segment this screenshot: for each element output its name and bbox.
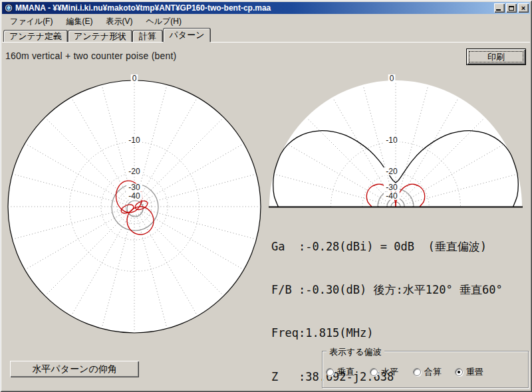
result-frequency: Freq:1.815(MHz)	[271, 326, 503, 341]
print-button-label: 印刷	[469, 51, 523, 62]
svg-text:-20: -20	[386, 167, 398, 176]
result-front-back: F/B :-0.30(dB) 後方:水平120° 垂直60°	[271, 283, 503, 298]
close-button[interactable]: ×	[518, 3, 529, 13]
menu-help[interactable]: ヘルプ(H)	[142, 15, 186, 29]
radio-horizontal-icon	[370, 368, 378, 376]
result-gain: Ga :-0.28(dBi) = 0dB (垂直偏波)	[271, 240, 503, 254]
window-title: MMANA - ¥¥Mini.i.ki.nu¥makoto¥tmp¥ANT¥GP…	[15, 2, 491, 14]
radio-vertical-icon	[326, 368, 334, 376]
svg-text:0: 0	[390, 74, 394, 83]
menu-view[interactable]: 表示(V)	[102, 15, 136, 29]
radio-vertical[interactable]: 垂直	[326, 366, 354, 378]
tab-antenna-shape[interactable]: アンテナ形状	[68, 30, 132, 42]
menu-edit[interactable]: 編集(E)	[62, 15, 96, 29]
radio-combined-icon	[413, 368, 421, 376]
print-button[interactable]: 印刷	[466, 49, 526, 65]
radio-superimposed-icon	[455, 368, 463, 376]
antenna-name-text: 160m vertical + two counter poise (bent)	[5, 50, 176, 61]
radio-combined[interactable]: 合算	[413, 366, 442, 378]
tab-strip: アンテナ定義 アンテナ形状 計算 パターン	[2, 28, 530, 42]
close-icon: ×	[521, 5, 525, 12]
elevation-pattern-plot: 0-10-20-30-40	[263, 74, 529, 211]
svg-text:-20: -20	[128, 167, 140, 176]
svg-text:-40: -40	[386, 191, 398, 201]
minimize-button[interactable]	[494, 3, 505, 13]
svg-text:0: 0	[132, 74, 137, 83]
svg-text:-40: -40	[128, 191, 140, 201]
tab-antenna-definition[interactable]: アンテナ定義	[3, 30, 68, 42]
radio-horizontal[interactable]: 水平	[370, 366, 398, 378]
tab-pattern[interactable]: パターン	[163, 28, 211, 42]
maximize-button[interactable]	[506, 3, 517, 13]
polarization-groupbox: 表示する偏波 垂直 水平 合算 重畳	[322, 351, 529, 388]
minimize-icon	[496, 9, 501, 11]
svg-text:-10: -10	[386, 136, 398, 145]
menu-bar: ファイル(F) 編集(E) 表示(V) ヘルプ(H)	[2, 15, 530, 28]
azimuth-pattern-plot: 0-10-20-30-40	[1, 74, 267, 340]
title-bar: MMANA - ¥¥Mini.i.ki.nu¥makoto¥tmp¥ANT¥GP…	[2, 2, 530, 14]
svg-text:-10: -10	[128, 136, 140, 145]
polarization-group-title: 表示する偏波	[327, 346, 384, 358]
menu-file[interactable]: ファイル(F)	[6, 15, 57, 29]
radio-superimposed[interactable]: 重畳	[455, 366, 483, 378]
mmana-app-icon	[4, 3, 13, 13]
horizontal-pattern-elevation-button[interactable]: 水平パターンの仰角	[10, 361, 139, 377]
mmana-window: MMANA - ¥¥Mini.i.ki.nu¥makoto¥tmp¥ANT¥GP…	[0, 0, 532, 392]
tab-calculate[interactable]: 計算	[132, 30, 163, 42]
maximize-icon	[509, 6, 514, 11]
